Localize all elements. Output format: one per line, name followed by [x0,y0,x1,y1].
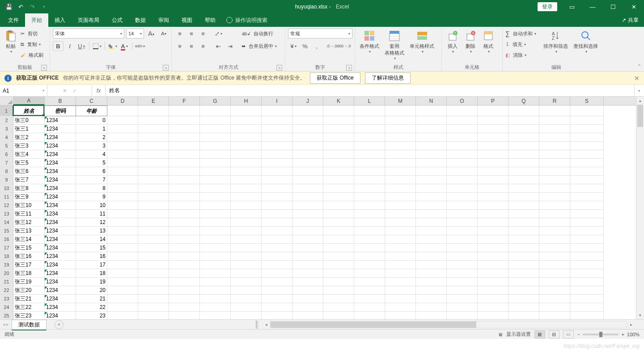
col-header[interactable]: J [292,97,323,105]
cell[interactable] [539,235,570,244]
cell[interactable] [539,286,570,295]
cell[interactable] [416,295,447,303]
cell[interactable] [107,159,138,167]
cell[interactable] [107,252,138,261]
cell[interactable] [416,133,447,142]
row-header[interactable]: 1 [0,106,13,116]
cell[interactable] [385,286,416,295]
align-center-icon[interactable]: ≡ [186,41,197,51]
cell[interactable] [447,312,478,319]
sheet-nav-first-icon[interactable]: ◂ [3,321,5,327]
row-header[interactable]: 11 [0,193,13,201]
cell[interactable] [508,176,539,184]
cell[interactable] [292,295,323,303]
cell[interactable] [478,184,508,193]
cell[interactable] [570,286,604,295]
cell[interactable] [385,159,416,167]
cell[interactable]: 8 [76,184,107,193]
cell[interactable] [478,235,508,244]
cell[interactable] [138,106,169,116]
cell[interactable] [354,235,385,244]
cell[interactable] [478,286,508,295]
cell[interactable] [169,133,200,142]
cell[interactable] [200,252,231,261]
cell[interactable] [262,252,292,261]
cell[interactable] [416,218,447,227]
cell[interactable] [385,227,416,235]
cell[interactable] [416,159,447,167]
cell[interactable]: 6 [76,167,107,176]
cell[interactable] [107,184,138,193]
row-header[interactable]: 19 [0,261,13,269]
cell[interactable] [138,235,169,244]
cell[interactable] [169,193,200,201]
cell[interactable] [169,116,200,125]
cell[interactable] [447,295,478,303]
qat-customize-icon[interactable]: ▾ [38,1,49,12]
cell[interactable] [539,210,570,218]
cell[interactable] [231,218,262,227]
zoom-slider[interactable] [583,334,619,335]
percent-icon[interactable]: % [300,41,310,51]
cell[interactable] [138,167,169,176]
cell[interactable] [292,227,323,235]
cell[interactable] [231,235,262,244]
cell[interactable] [262,201,292,210]
cell[interactable] [169,176,200,184]
underline-button[interactable]: U [76,41,87,51]
cell[interactable] [107,218,138,227]
cell[interactable] [508,193,539,201]
align-left-icon[interactable]: ≡ [174,41,185,51]
cell[interactable]: 张三18 [13,269,45,278]
cell[interactable] [539,252,570,261]
cell[interactable]: 0 [76,116,107,125]
cell[interactable] [292,125,323,133]
cell[interactable] [385,261,416,269]
cell[interactable] [292,210,323,218]
cell[interactable] [231,210,262,218]
cell[interactable] [447,184,478,193]
cell[interactable] [169,159,200,167]
cell[interactable] [416,303,447,312]
cell[interactable] [478,261,508,269]
cell[interactable] [508,184,539,193]
cell[interactable] [478,252,508,261]
cell[interactable] [447,133,478,142]
col-header[interactable]: A [13,97,45,105]
format-cells-button[interactable]: 格式 [480,29,496,55]
cell[interactable]: 张三7 [13,176,45,184]
cell[interactable] [416,116,447,125]
cell[interactable] [416,261,447,269]
cell[interactable] [138,184,169,193]
cell[interactable] [416,252,447,261]
align-right-icon[interactable]: ≡ [198,41,208,51]
cell[interactable] [354,133,385,142]
cell[interactable]: 1234 [45,176,76,184]
cell[interactable] [292,167,323,176]
cell[interactable] [570,142,604,150]
cell[interactable] [200,167,231,176]
cell[interactable] [570,106,604,116]
cell[interactable] [169,269,200,278]
cell[interactable] [478,312,508,319]
border-button[interactable] [92,41,102,51]
cell[interactable] [570,244,604,252]
cell[interactable] [508,167,539,176]
cell[interactable] [354,150,385,159]
cell[interactable] [478,176,508,184]
col-header[interactable]: M [385,97,416,105]
cell[interactable] [447,167,478,176]
cell[interactable]: 年龄 [76,106,107,116]
cell[interactable] [231,176,262,184]
cell[interactable] [262,193,292,201]
cell[interactable] [200,193,231,201]
scroll-down-icon[interactable]: ▾ [636,311,644,319]
cell[interactable] [478,227,508,235]
cell[interactable]: 1234 [45,133,76,142]
cell[interactable] [478,218,508,227]
phonetic-button[interactable]: wén [135,41,145,51]
increase-decimal-icon[interactable]: .0→.00 [327,41,338,51]
cell[interactable] [107,286,138,295]
cell[interactable] [138,244,169,252]
cell[interactable] [262,150,292,159]
